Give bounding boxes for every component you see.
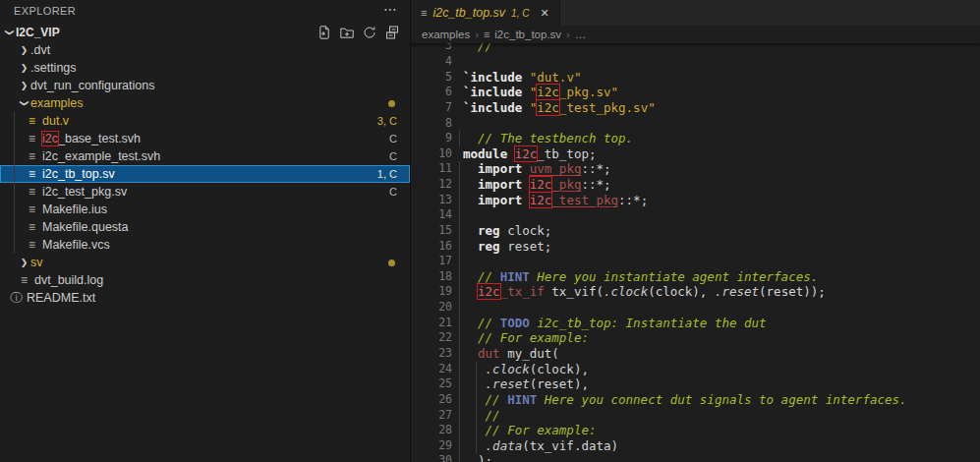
tree-item-label: dut.v bbox=[42, 114, 69, 128]
code-line-15[interactable]: 15 reg clock; bbox=[411, 223, 980, 239]
tree-item-label: Makefile.ius bbox=[42, 202, 107, 216]
new-file-icon[interactable] bbox=[317, 25, 332, 40]
breadcrumb-file[interactable]: i2c_tb_top.sv bbox=[494, 29, 561, 40]
file-icon: ≡ bbox=[26, 114, 38, 128]
code-text: import uvm_pkg::*; bbox=[463, 161, 611, 177]
tree-item-readme-txt[interactable]: ⓘREADME.txt bbox=[0, 289, 410, 307]
tree-item-makefile-questa[interactable]: ≡Makefile.questa bbox=[0, 218, 410, 236]
chevron-right-icon[interactable]: ❯ bbox=[18, 258, 30, 267]
code-line-7[interactable]: 7`include "i2c_test_pkg.sv" bbox=[411, 100, 980, 116]
refresh-icon[interactable] bbox=[362, 25, 377, 40]
code-text: // HINT Here you connect dut signals to … bbox=[463, 392, 907, 408]
vscode-window: { "explorer": { "title": "EXPLORER", "mo… bbox=[0, 0, 980, 462]
chevron-down-icon[interactable]: ❯ bbox=[5, 27, 15, 39]
explorer-sidebar: EXPLORER ⋯ ❯I2C_VIP❯.dvt❯.settings❯dvt_r… bbox=[0, 0, 410, 462]
code-line-9[interactable]: 9 // The testbench top. bbox=[411, 131, 980, 146]
tree-item-i2c-vip[interactable]: ❯I2C_VIP bbox=[0, 24, 410, 41]
tree-item-examples[interactable]: ❯examples bbox=[0, 94, 410, 112]
new-folder-icon[interactable] bbox=[339, 25, 355, 40]
code-line-22[interactable]: 22 // For example: bbox=[411, 330, 980, 346]
code-text: ); bbox=[463, 453, 492, 462]
breadcrumb-symbol-ellipsis[interactable]: … bbox=[575, 29, 587, 40]
indent bbox=[0, 139, 26, 140]
file-icon: ≡ bbox=[18, 273, 30, 287]
line-number: 28 bbox=[411, 423, 452, 438]
code-line-17[interactable]: 17 bbox=[411, 254, 980, 269]
code-line-19[interactable]: 19 i2c_tx_if tx_vif(.clock(clock), .rese… bbox=[411, 284, 980, 300]
line-number: 30 bbox=[411, 453, 452, 462]
code-text: `include "i2c_test_pkg.sv" bbox=[463, 100, 656, 116]
tree-item-label: dvt_build.log bbox=[34, 273, 103, 287]
code-line-6[interactable]: 6`include "i2c_pkg.sv" bbox=[411, 85, 980, 100]
breadcrumb-folder[interactable]: examples bbox=[422, 29, 470, 40]
chevron-right-icon[interactable]: ❯ bbox=[18, 63, 30, 73]
more-actions-icon[interactable]: ⋯ bbox=[383, 1, 397, 17]
tree-item-label: .settings bbox=[30, 61, 77, 75]
code-line-16[interactable]: 16 reg reset; bbox=[411, 239, 980, 255]
code-line-21[interactable]: 21 // TODO i2c_tb_top: Instantiate the d… bbox=[411, 316, 980, 331]
tree-item-i2c-example-test-svh[interactable]: ≡i2c_example_test.svhC bbox=[0, 147, 410, 165]
chevron-right-icon[interactable]: ❯ bbox=[18, 81, 30, 90]
close-icon[interactable]: ✕ bbox=[540, 7, 548, 20]
i2c-match-highlight: i2c bbox=[42, 132, 58, 145]
code-line-10[interactable]: 10module i2c_tb_top; bbox=[411, 146, 980, 162]
code-line-28[interactable]: 28 // For example: bbox=[411, 423, 980, 438]
line-number: 19 bbox=[411, 284, 452, 300]
tree-item-label: README.txt bbox=[27, 291, 95, 305]
tree-item-label: I2C_VIP bbox=[16, 26, 60, 39]
code-line-25[interactable]: 25 .reset(reset), bbox=[411, 376, 980, 392]
line-number: 8 bbox=[411, 116, 452, 132]
code-line-3[interactable]: 3 // bbox=[411, 43, 980, 54]
code-line-20[interactable]: 20 bbox=[411, 300, 980, 316]
indent bbox=[0, 86, 18, 87]
code-line-8[interactable]: 8 bbox=[411, 116, 980, 132]
code-text: // For example: bbox=[463, 423, 596, 438]
indent bbox=[0, 121, 26, 122]
tab-i2c-tb-top[interactable]: ≡ i2c_tb_top.sv 1, C ✕ bbox=[411, 0, 560, 26]
tree-item-sv[interactable]: ❯sv bbox=[0, 254, 410, 271]
code-line-29[interactable]: 29 .data(tx_vif.data) bbox=[411, 438, 980, 454]
tree-item-makefile-ius[interactable]: ≡Makefile.ius bbox=[0, 201, 410, 218]
code-line-12[interactable]: 12 import i2c_pkg::*; bbox=[411, 177, 980, 193]
code-line-26[interactable]: 26 // HINT Here you connect dut signals … bbox=[411, 392, 980, 408]
indent bbox=[0, 174, 26, 175]
tree-item-i2c-tb-top-sv[interactable]: ≡i2c_tb_top.sv1, C bbox=[0, 165, 410, 183]
code-editor[interactable]: 3 //45`include "dut.v"6`include "i2c_pkg… bbox=[411, 43, 980, 462]
tree-item-dvt-run-configurations[interactable]: ❯dvt_run_configurations bbox=[0, 77, 410, 94]
code-text: import i2c_pkg::*; bbox=[463, 177, 611, 193]
code-line-30[interactable]: 30 ); bbox=[411, 453, 980, 462]
code-line-11[interactable]: 11 import uvm_pkg::*; bbox=[411, 161, 980, 177]
i2c-match-highlight: i2c bbox=[530, 193, 552, 207]
tree-item-label: Makefile.vcs bbox=[42, 238, 110, 252]
collapse-all-icon[interactable] bbox=[384, 25, 400, 40]
tree-item--settings[interactable]: ❯.settings bbox=[0, 59, 410, 77]
line-number: 23 bbox=[411, 346, 452, 362]
tree-item-label: examples bbox=[30, 96, 84, 110]
code-line-24[interactable]: 24 .clock(clock), bbox=[411, 362, 980, 377]
file-icon: ≡ bbox=[421, 7, 427, 19]
chevron-down-icon[interactable]: ❯ bbox=[20, 97, 29, 110]
tree-item-dut-v[interactable]: ≡dut.v3, C bbox=[0, 112, 410, 130]
tree-item--dvt[interactable]: ❯.dvt bbox=[0, 41, 410, 59]
tree-item-dvt-build-log[interactable]: ≡dvt_build.log bbox=[0, 271, 410, 289]
code-line-23[interactable]: 23 dut my_dut( bbox=[411, 346, 980, 362]
code-line-4[interactable]: 4 bbox=[411, 54, 980, 70]
chevron-right-icon[interactable]: ❯ bbox=[18, 45, 30, 55]
code-text: reg reset; bbox=[463, 239, 551, 255]
tree-item-i2c-test-pkg-sv[interactable]: ≡i2c_test_pkg.svC bbox=[0, 183, 410, 201]
tree-item-label: i2c_example_test.svh bbox=[42, 149, 160, 163]
code-line-27[interactable]: 27 // bbox=[411, 408, 980, 424]
i2c-match-highlight: i2c bbox=[537, 85, 559, 99]
chevron-right-icon: › bbox=[475, 29, 479, 40]
tab-problems-badge: 1, C bbox=[511, 8, 529, 19]
code-line-5[interactable]: 5`include "dut.v" bbox=[411, 70, 980, 86]
code-line-18[interactable]: 18 // HINT Here you instantiate agent in… bbox=[411, 269, 980, 285]
tree-item-makefile-vcs[interactable]: ≡Makefile.vcs bbox=[0, 236, 410, 254]
code-text: // The testbench top. bbox=[463, 131, 633, 146]
tree-item-i2c-base-test-svh[interactable]: ≡i2c_base_test.svhC bbox=[0, 130, 410, 147]
code-text: `include "dut.v" bbox=[463, 70, 581, 86]
code-line-14[interactable]: 14 bbox=[411, 207, 980, 223]
code-text: // HINT Here you instantiate agent inter… bbox=[463, 269, 818, 285]
code-line-13[interactable]: 13 import i2c_test_pkg::*; bbox=[411, 193, 980, 208]
code-text: .data(tx_vif.data) bbox=[463, 438, 618, 454]
